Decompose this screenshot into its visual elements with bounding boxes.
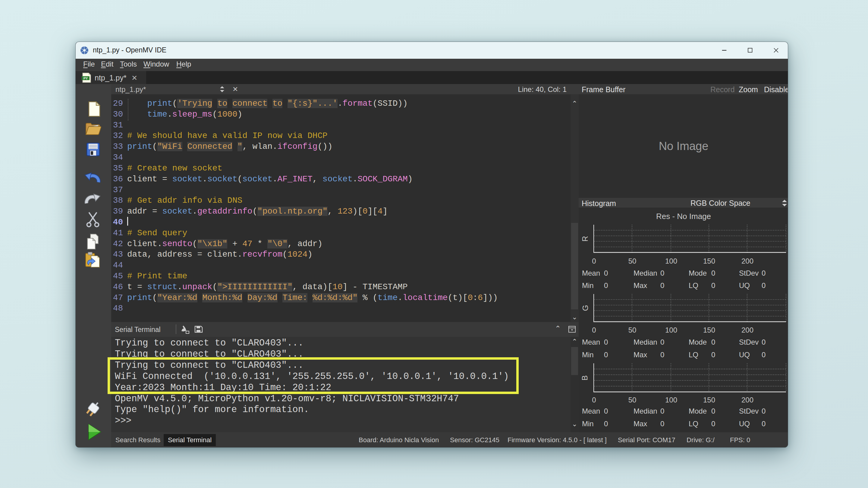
svg-text:PY: PY: [84, 76, 88, 80]
